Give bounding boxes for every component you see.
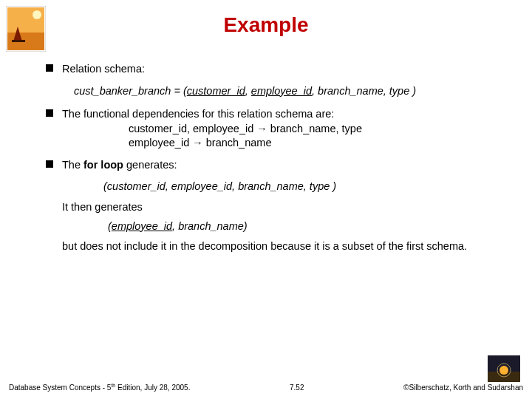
arrow-icon: → — [192, 137, 203, 149]
forloop-bold: for loop — [83, 159, 123, 171]
footer-left: Database System Concepts - 5th Edition, … — [9, 383, 190, 392]
schema-name: cust_banker_branch — [74, 85, 171, 97]
content-area: Relation schema: cust_banker_branch = (c… — [0, 62, 532, 254]
fd-intro: The functional dependencies for this rel… — [62, 108, 334, 120]
g2-c: , — [172, 220, 178, 232]
eq: = ( — [171, 85, 186, 97]
schema-attr2: employee_id — [251, 85, 312, 97]
slide: Example Relation schema: cust_banker_bra… — [0, 0, 532, 399]
arrow-icon: → — [256, 123, 267, 134]
g2-a1: employee_id — [112, 220, 172, 232]
g2-a2: branch_name — [178, 220, 244, 232]
svg-point-8 — [499, 366, 508, 375]
generated-tuple-2: (employee_id, branch_name) — [108, 219, 502, 234]
fd-line-1: customer_id, employee_id → branch_name, … — [129, 122, 502, 137]
g2-close: ) — [244, 220, 248, 232]
schema-attr1: customer_id — [187, 85, 245, 97]
fd2-lhs: employee_id — [129, 137, 192, 149]
close: ) — [409, 85, 416, 97]
svg-rect-5 — [12, 40, 25, 42]
c1: , — [245, 85, 251, 97]
conclusion-paragraph: but does not include it in the decomposi… — [62, 239, 502, 254]
schema-attr3: branch_name, type — [318, 85, 409, 97]
footer-right: ©Silberschatz, Korth and Sudarshan — [403, 383, 523, 392]
svg-point-3 — [33, 10, 41, 19]
footer-left-a: Database System Concepts - 5 — [9, 383, 111, 392]
slide-title: Example — [0, 0, 532, 37]
forloop-suffix: generates: — [123, 159, 177, 171]
logo-bottom-right — [488, 355, 520, 382]
logo-top-left — [6, 6, 46, 52]
footer-right-wrap: ©Silberschatz, Korth and Sudarshan — [403, 355, 523, 392]
fd2-rhs: branch_name — [203, 137, 272, 149]
footer-center: 7.52 — [190, 383, 403, 392]
bullet-fds: The functional dependencies for this rel… — [46, 107, 502, 151]
generated-tuple-1: (customer_id, employee_id, branch_name, … — [103, 180, 502, 194]
bullet-text: Relation schema: — [62, 63, 145, 75]
then-generates: It then generates — [62, 200, 502, 215]
footer: Database System Concepts - 5th Edition, … — [0, 355, 532, 392]
fd1-rhs: branch_name, type — [267, 123, 362, 134]
schema-definition: cust_banker_branch = (customer_id, emplo… — [74, 84, 502, 99]
forloop-prefix: The — [62, 159, 83, 171]
footer-left-b: Edition, July 28, 2005. — [115, 383, 190, 392]
fd1-lhs: customer_id, employee_id — [129, 123, 256, 134]
c2: , — [312, 85, 318, 97]
bullet-forloop: The for loop generates: — [46, 158, 502, 173]
bullet-relation-schema: Relation schema: — [46, 62, 502, 77]
fd-line-2: employee_id → branch_name — [129, 136, 502, 151]
